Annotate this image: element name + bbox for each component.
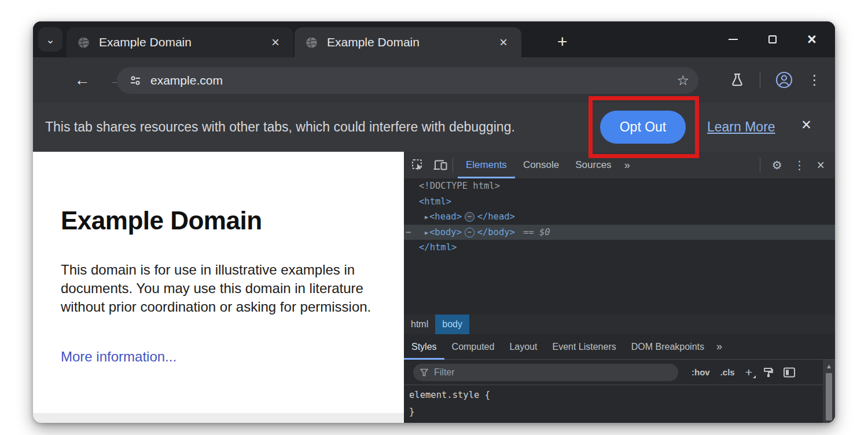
inspect-element-button[interactable] [404, 152, 425, 178]
devtools-toolbar: Elements Console Sources » ⚙ ⋮ × [404, 152, 835, 178]
url-input[interactable] [150, 74, 676, 87]
page-title: Example Domain [61, 206, 262, 235]
tab-2-active[interactable]: Example Domain × [295, 27, 521, 57]
expand-triangle-icon[interactable]: ▶ [419, 210, 429, 225]
class-toggle[interactable]: .cls [715, 367, 740, 377]
settings-gear-icon[interactable]: ⚙ [767, 158, 787, 172]
tab-styles[interactable]: Styles [404, 334, 444, 360]
tab-title: Example Domain [327, 35, 496, 49]
breadcrumb-body[interactable]: body [435, 315, 469, 334]
horizontal-scrollbar[interactable] [33, 413, 404, 423]
devtools-menu-kebab-icon[interactable]: ⋮ [789, 158, 810, 172]
dom-node-doctype[interactable]: <!DOCTYPE html> [404, 178, 835, 194]
window-controls: × [726, 21, 819, 57]
tab-close-icon[interactable]: × [496, 34, 511, 50]
styles-filter-row: :hov .cls + [404, 360, 835, 385]
tab-1[interactable]: Example Domain × [67, 27, 293, 57]
toolbar-right-group: ⋮ [730, 57, 822, 103]
minimize-icon [729, 39, 738, 41]
page-paragraph: This domain is for use in illustrative e… [61, 261, 380, 316]
styles-pane: element.style { } [404, 385, 835, 423]
devtools-tab-sources[interactable]: Sources [567, 152, 619, 178]
html-open-tag: <html> [419, 196, 451, 207]
devtools-toolbar-divider [760, 158, 760, 173]
styles-filter-input[interactable] [434, 367, 671, 378]
doctype-text: <!DOCTYPE html> [419, 181, 500, 191]
inline-expand-icon[interactable]: ⋯ [465, 212, 475, 222]
devtools-panel: Elements Console Sources » ⚙ ⋮ × <!DOCTY… [404, 152, 835, 423]
tab-dom-breakpoints[interactable]: DOM Breakpoints [624, 334, 712, 360]
head-close-tag: </head> [477, 211, 515, 222]
styles-filter-pill[interactable] [413, 364, 678, 381]
tab-event-listeners[interactable]: Event Listeners [545, 334, 623, 360]
browser-toolbar: ← → ☆ [33, 57, 835, 103]
site-settings-icon[interactable] [130, 75, 141, 86]
maximize-button[interactable] [766, 32, 779, 46]
devtools-close-icon[interactable]: × [812, 158, 829, 173]
browser-menu-kebab-icon[interactable]: ⋮ [808, 72, 821, 88]
new-style-rule-button[interactable]: + [740, 365, 757, 379]
rendering-brush-button[interactable] [757, 359, 778, 386]
breadcrumb-html[interactable]: html [404, 315, 435, 334]
scroll-up-arrow-icon[interactable]: ▲ [826, 360, 832, 370]
dom-node-html-open[interactable]: <html> [404, 194, 835, 210]
infobar-message: This tab shares resources with other tab… [45, 119, 515, 135]
chevron-down-icon: ⌄ [46, 33, 55, 46]
dom-node-body-selected[interactable]: ⋯▶<body>⋯</body>== $0 [404, 225, 835, 240]
dom-tree: <!DOCTYPE html> <html> ▶<head>⋯</head> ⋯… [404, 178, 835, 315]
tab-strip: ⌄ Example Domain × Example Domain × + × [33, 21, 835, 57]
expand-triangle-icon[interactable]: ▶ [419, 225, 429, 241]
close-icon: × [807, 32, 816, 47]
dock-side-button[interactable] [778, 359, 800, 386]
dom-node-head[interactable]: ▶<head>⋯</head> [404, 209, 835, 225]
styles-sidebar-tabs: Styles Computed Layout Event Listeners D… [404, 334, 835, 360]
omnibox[interactable]: ☆ [117, 67, 698, 94]
element-style-close-line: } [404, 402, 835, 419]
infobar-close-icon[interactable]: × [801, 116, 811, 133]
globe-icon [305, 36, 318, 49]
dom-breadcrumb-bar: html body [404, 315, 835, 334]
selected-node-hint: == $0 [515, 227, 550, 237]
more-panels-chevron-icon[interactable]: » [712, 341, 727, 353]
opt-out-button[interactable]: Opt Out [600, 111, 686, 144]
devtools-tab-console[interactable]: Console [515, 152, 567, 178]
profile-avatar-icon[interactable] [775, 71, 793, 89]
body-open-tag: <body> [429, 227, 462, 237]
toolbar-divider [760, 72, 761, 87]
content-area: Example Domain This domain is for use in… [33, 152, 835, 423]
hover-state-toggle[interactable]: :hov [686, 367, 715, 377]
dom-node-html-close[interactable]: </html> [404, 240, 835, 255]
device-toolbar-icon [433, 158, 448, 172]
close-window-button[interactable]: × [805, 32, 819, 46]
device-toolbar-button[interactable] [425, 152, 448, 178]
inline-expand-icon[interactable]: ⋯ [465, 228, 475, 237]
tab-search-button[interactable]: ⌄ [38, 27, 62, 52]
back-button[interactable]: ← [72, 70, 92, 90]
paintbrush-icon [762, 367, 774, 378]
filter-funnel-icon [420, 368, 428, 376]
node-options-dots-icon[interactable]: ⋯ [406, 225, 411, 240]
more-information-link[interactable]: More information... [61, 349, 176, 365]
tab-layout[interactable]: Layout [502, 334, 545, 360]
maximize-icon [768, 35, 777, 43]
bookmark-star-icon[interactable]: ☆ [676, 72, 689, 89]
new-tab-button[interactable]: + [557, 33, 568, 50]
infobar: This tab shares resources with other tab… [33, 103, 835, 152]
devtools-tab-elements[interactable]: Elements [458, 152, 515, 178]
tab-computed[interactable]: Computed [444, 334, 502, 360]
browser-window: ⌄ Example Domain × Example Domain × + × [33, 21, 835, 423]
dock-panel-icon [783, 367, 796, 378]
more-tabs-chevron-icon[interactable]: » [620, 159, 635, 171]
tab-close-icon[interactable]: × [268, 34, 283, 50]
inspect-cursor-icon [411, 158, 425, 172]
minimize-button[interactable] [726, 32, 740, 46]
scrollbar-thumb[interactable] [826, 373, 832, 421]
experiments-flask-icon[interactable] [730, 72, 745, 87]
body-close-tag: </body> [477, 227, 515, 237]
learn-more-link[interactable]: Learn More [707, 119, 775, 135]
webpage-viewport: Example Domain This domain is for use in… [33, 152, 404, 423]
tab-title: Example Domain [99, 35, 268, 49]
styles-scrollbar[interactable]: ▲ [823, 360, 835, 423]
globe-icon [77, 36, 90, 49]
element-style-open-line[interactable]: element.style { [404, 385, 835, 402]
